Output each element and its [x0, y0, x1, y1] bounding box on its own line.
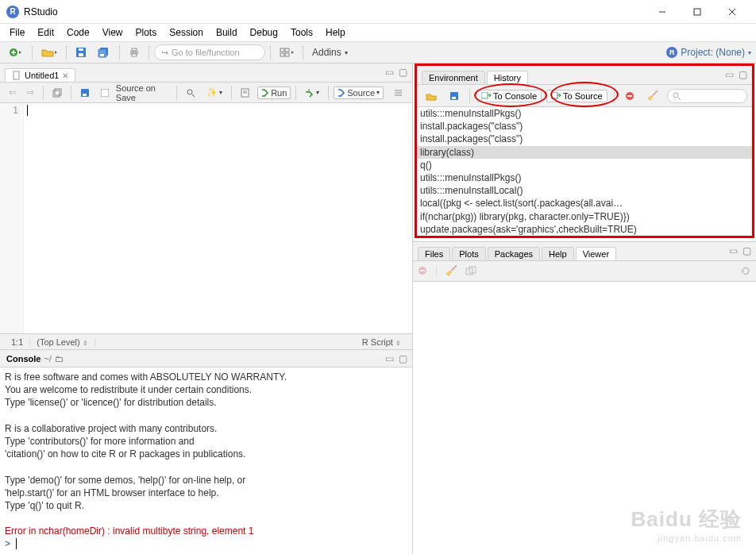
clear-viewer-button[interactable]: 🧹	[446, 265, 457, 276]
menu-edit[interactable]: Edit	[31, 25, 60, 40]
history-item[interactable]: q()	[417, 159, 752, 171]
svg-rect-12	[100, 54, 104, 56]
maximize-console-icon[interactable]: ▢	[399, 353, 407, 364]
history-item[interactable]: utils:::menuInstallPkgs()	[417, 171, 752, 184]
source-toolbar: ⇦ ⇨ Source on Save ✨▾ Run ▾	[0, 83, 412, 103]
history-item[interactable]: install.packages("class")	[417, 133, 752, 145]
viewer-tabs: Files Plots Packages Help Viewer ▭ ▢	[413, 242, 756, 261]
wand-button[interactable]: ✨▾	[202, 86, 226, 99]
svg-rect-15	[132, 54, 137, 56]
lang-selector[interactable]: R Script ⇕	[356, 337, 407, 347]
svg-line-41	[678, 98, 681, 100]
source-on-save-checkbox[interactable]	[97, 87, 113, 98]
gutter: 1	[0, 103, 24, 333]
console-pane: Console ~/ 🗀 ▭ ▢ R is free software and …	[0, 349, 412, 554]
forward-button[interactable]: ⇨	[23, 86, 38, 99]
history-item[interactable]: install.packages("class")	[417, 120, 752, 133]
history-item[interactable]: update.packages(ask='graphics',checkBuil…	[417, 223, 752, 236]
history-list[interactable]: utils:::menuInstallPkgs() install.packag…	[417, 107, 752, 236]
maximize-pane-icon[interactable]: ▢	[399, 67, 407, 78]
save-button[interactable]	[71, 44, 91, 61]
history-item[interactable]: utils:::menuInstallPkgs()	[417, 107, 752, 120]
export-viewer-button[interactable]	[465, 266, 476, 275]
minimize-viewer-icon[interactable]: ▭	[729, 245, 738, 256]
svg-rect-19	[285, 53, 289, 56]
menu-view[interactable]: View	[96, 25, 129, 40]
search-icon	[673, 92, 681, 100]
maximize-viewer-icon[interactable]: ▢	[742, 245, 751, 256]
save-history-button[interactable]	[446, 90, 463, 102]
tab-history[interactable]: History	[487, 71, 528, 84]
menu-help[interactable]: Help	[319, 25, 352, 40]
source-editor[interactable]: 1	[0, 103, 412, 333]
history-pane: Environment History ▭ ▢ To Console To So…	[415, 63, 754, 238]
menu-plots[interactable]: Plots	[129, 25, 164, 40]
svg-rect-25	[101, 89, 109, 97]
maximize-button[interactable]	[680, 1, 715, 23]
history-item-selected[interactable]: library(class)	[417, 146, 752, 159]
console-output[interactable]: R is free software and comes with ABSOLU…	[0, 367, 412, 554]
rerun-button[interactable]: ▾	[301, 87, 323, 99]
code-area[interactable]	[24, 103, 412, 333]
compile-report-button[interactable]	[237, 87, 254, 99]
goto-file-function-input[interactable]: ↪Go to file/function	[154, 44, 265, 60]
remove-entry-button[interactable]	[621, 90, 638, 102]
tab-help[interactable]: Help	[542, 247, 574, 260]
source-tab-untitled1[interactable]: Untitled1 ✕	[5, 68, 75, 82]
menu-bar: File Edit Code View Plots Session Build …	[0, 24, 756, 41]
to-console-button[interactable]: To Console	[476, 90, 542, 102]
close-button[interactable]	[715, 1, 750, 23]
run-label: Run	[271, 88, 287, 98]
maximize-env-icon[interactable]: ▢	[739, 69, 747, 80]
menu-file[interactable]: File	[3, 25, 31, 40]
minimize-pane-icon[interactable]: ▭	[385, 67, 394, 78]
menu-build[interactable]: Build	[210, 25, 244, 40]
run-button[interactable]: Run	[257, 87, 291, 99]
grid-button[interactable]	[276, 44, 298, 61]
refresh-viewer-button[interactable]	[740, 265, 751, 276]
viewer-body: Baidu 经验 jingyan.baidu.com	[413, 282, 756, 554]
tab-files[interactable]: Files	[418, 247, 450, 260]
minimize-console-icon[interactable]: ▭	[385, 353, 394, 364]
svg-line-27	[192, 94, 195, 97]
close-tab-icon[interactable]: ✕	[62, 71, 68, 80]
source-icon	[338, 89, 345, 97]
open-file-button[interactable]	[37, 44, 61, 61]
history-item[interactable]: utils:::menuInstallLocal()	[417, 184, 752, 197]
clear-history-button[interactable]: 🧹	[643, 89, 662, 102]
minimize-env-icon[interactable]: ▭	[725, 69, 734, 80]
outline-button[interactable]	[390, 87, 407, 99]
viewer-toolbar: | 🧹	[413, 261, 756, 282]
window-controls	[645, 1, 750, 23]
to-source-icon	[551, 92, 561, 100]
back-button[interactable]: ⇦	[5, 86, 20, 99]
history-search-input[interactable]	[667, 89, 747, 103]
menu-tools[interactable]: Tools	[284, 25, 319, 40]
tab-packages[interactable]: Packages	[488, 247, 540, 260]
find-button[interactable]	[182, 87, 199, 99]
tab-plots[interactable]: Plots	[452, 247, 485, 260]
file-icon	[12, 71, 21, 80]
to-source-button[interactable]: To Source	[546, 90, 608, 102]
load-history-button[interactable]	[422, 90, 441, 102]
menu-session[interactable]: Session	[163, 25, 210, 40]
scope-selector[interactable]: (Top Level) ⇕	[30, 337, 94, 347]
addins-button[interactable]: Addins ▾	[308, 44, 352, 61]
history-item[interactable]: local({pkg <- select.list(sort(.packages…	[417, 197, 752, 210]
save-all-button[interactable]	[94, 44, 114, 61]
history-item[interactable]: if(nchar(pkg)) library(pkg, character.on…	[417, 210, 752, 223]
menu-debug[interactable]: Debug	[244, 25, 284, 40]
svg-rect-8	[79, 53, 83, 56]
new-file-button[interactable]	[5, 44, 27, 61]
source-status-bar: 1:1 (Top Level) ⇕ R Script ⇕	[0, 333, 412, 349]
print-button[interactable]	[125, 44, 144, 61]
project-selector[interactable]: R Project: (None) ▾	[666, 47, 751, 58]
menu-code[interactable]: Code	[60, 25, 96, 40]
save-source-button[interactable]	[76, 87, 94, 99]
tab-environment[interactable]: Environment	[422, 71, 485, 84]
remove-viewer-button[interactable]	[418, 266, 427, 275]
minimize-button[interactable]	[645, 1, 680, 23]
show-in-new-window-button[interactable]	[48, 87, 66, 99]
source-button[interactable]: Source ▾	[334, 87, 384, 99]
tab-viewer[interactable]: Viewer	[576, 247, 616, 260]
